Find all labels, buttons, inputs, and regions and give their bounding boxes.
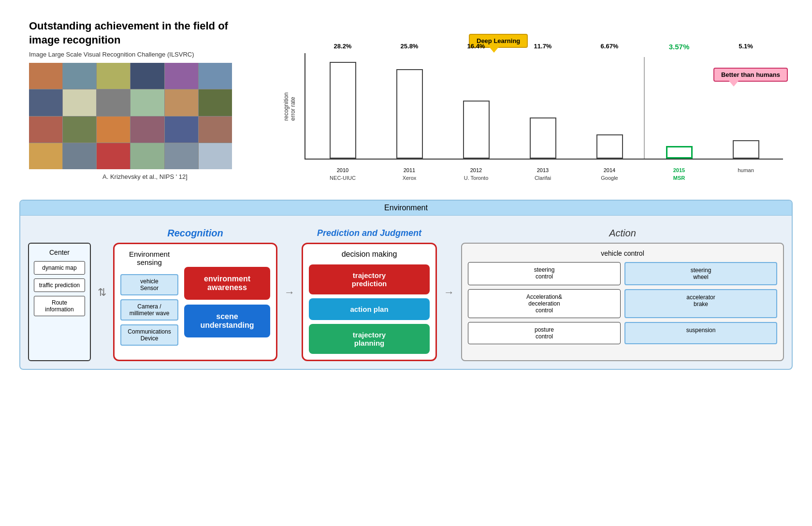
center-title: Center	[34, 248, 85, 256]
center-item-dynamic-map: dynamic map	[34, 261, 85, 275]
steering-control-item: steeringcontrol	[468, 262, 621, 285]
bar-2010: 28.2% 2010 NEC-UIUC	[310, 53, 375, 159]
sensing-title: Environment sensing	[120, 250, 178, 266]
y-axis-label: recognitionerror rate	[283, 92, 296, 121]
prediction-to-action-arrow: →	[443, 223, 455, 361]
center-item-traffic: traffic prediction	[34, 278, 85, 292]
img-cell	[63, 89, 96, 116]
bar-value-human: 5.1%	[713, 43, 778, 50]
bar-rect-2010	[330, 62, 356, 159]
img-cell	[165, 89, 198, 116]
image-collage	[29, 63, 232, 169]
chart-bars: 28.2% 2010 NEC-UIUC 25.8% 2011 Xerox 16.…	[304, 53, 783, 160]
reference-line	[644, 57, 645, 159]
steering-wheel-item: steeringwheel	[624, 262, 777, 285]
bar-value-2013: 11.7%	[510, 43, 575, 50]
img-cell	[199, 63, 232, 89]
bar-year-human: human	[738, 167, 754, 173]
scene-understanding-box: sceneunderstanding	[184, 305, 270, 337]
chart-panel: Deep Learning Better than humans recogni…	[280, 19, 783, 180]
bar-value-2012: 16.4%	[444, 43, 508, 50]
suspension-item: suspension	[624, 322, 777, 344]
bar-org-2010: NEC-UIUC	[330, 175, 356, 181]
sensing-camera: Camera /millimeter wave	[120, 299, 178, 321]
image-caption: A. Krizhevsky et al., NIPS ' 12]	[29, 173, 261, 180]
subtitle: Image Large Scale Visual Recognition Cha…	[29, 51, 261, 58]
img-cell	[63, 117, 96, 143]
bar-year-2013: 2013	[537, 167, 549, 173]
environment-awareness-box: environmentawareness	[184, 267, 270, 300]
bar-human: 5.1% human	[713, 53, 778, 159]
posture-control-item: posturecontrol	[468, 322, 621, 344]
action-grid: steeringcontrol steeringwheel Accelerati…	[468, 262, 777, 344]
recognition-column: Recognition Environment sensing vehicleS…	[113, 223, 277, 361]
diagram-body: Center dynamic map traffic prediction Ro…	[20, 216, 792, 369]
action-header: Action	[461, 223, 784, 243]
img-cell	[165, 63, 198, 89]
center-box: Center dynamic map traffic prediction Ro…	[28, 243, 91, 361]
center-column: Center dynamic map traffic prediction Ro…	[28, 223, 91, 361]
bar-2013: 11.7% 2013 Clarifai	[510, 53, 575, 159]
bar-org-2015: MSR	[673, 175, 685, 181]
img-cell	[29, 63, 62, 89]
bar-org-2014: Google	[601, 175, 618, 181]
img-cell	[63, 63, 96, 89]
img-cell	[130, 143, 164, 169]
img-cell	[97, 63, 130, 89]
bar-value-2015: 3.57%	[647, 43, 711, 51]
bar-rect-2012	[463, 101, 490, 159]
action-column: Action vehicle control steeringcontrol s…	[461, 223, 784, 361]
acceleration-control-item: Acceleration&decelerationcontrol	[468, 289, 621, 318]
img-cell	[130, 63, 164, 89]
bar-year-2011: 2011	[404, 167, 415, 173]
awareness-subsection: environmentawareness sceneunderstanding	[184, 250, 270, 354]
center-item-route: Route information	[34, 296, 85, 316]
bar-value-2010: 28.2%	[310, 43, 375, 50]
prediction-column: Prediction and Judgment decision making …	[302, 223, 437, 361]
left-panel: Outstanding achievement in the field of …	[29, 19, 261, 180]
img-cell	[29, 89, 62, 116]
img-cell	[199, 89, 232, 116]
img-cell	[29, 143, 62, 169]
bar-value-2014: 6.67%	[577, 43, 642, 50]
bar-rect-2013	[530, 117, 556, 159]
environment-label: Environment	[20, 201, 792, 216]
bar-rect-2015	[666, 146, 693, 159]
img-cell	[130, 89, 164, 116]
img-cell	[97, 143, 130, 169]
img-cell	[199, 117, 232, 143]
img-cell	[165, 117, 198, 143]
bar-value-2011: 25.8%	[377, 43, 442, 50]
bar-year-2012: 2012	[470, 167, 482, 173]
bar-year-2014: 2014	[604, 167, 615, 173]
top-section: Outstanding achievement in the field of …	[10, 10, 802, 190]
accelerator-brake-item: acceleratorbrake	[624, 289, 777, 318]
img-cell	[199, 143, 232, 169]
bar-org-2011: Xerox	[403, 175, 417, 181]
img-cell	[130, 117, 164, 143]
bar-year-2010: 2010	[337, 167, 348, 173]
vehicle-control-title: vehicle control	[468, 249, 777, 257]
decision-making-title: decision making	[309, 250, 430, 259]
img-cell	[97, 117, 130, 143]
sensing-vehicle-sensor: vehicleSensor	[120, 274, 178, 295]
bar-rect-human	[733, 140, 759, 159]
sensing-comms: CommunicationsDevice	[120, 324, 178, 346]
recognition-to-prediction-arrow: →	[283, 223, 296, 361]
vehicle-control-box: vehicle control steeringcontrol steering…	[461, 243, 784, 361]
bar-2014: 6.67% 2014 Google	[577, 53, 642, 159]
bar-org-2012: U. Toronto	[464, 175, 489, 181]
img-cell	[97, 89, 130, 116]
bar-year-2015: 2015	[673, 167, 685, 173]
center-to-recognition-arrow: ⇅	[97, 223, 107, 361]
action-plan-box: action plan	[309, 298, 430, 320]
prediction-outer-box: decision making trajectoryprediction act…	[302, 243, 437, 361]
bar-org-2013: Clarifai	[535, 175, 551, 181]
bar-2015: 3.57% 2015 MSR	[647, 53, 711, 159]
bar-rect-2014	[596, 134, 623, 159]
img-cell	[63, 143, 96, 169]
recognition-header: Recognition	[113, 223, 277, 243]
main-title: Outstanding achievement in the field of …	[29, 19, 261, 47]
bar-rect-2011	[396, 69, 423, 159]
recognition-outer-box: Environment sensing vehicleSensor Camera…	[113, 243, 277, 361]
